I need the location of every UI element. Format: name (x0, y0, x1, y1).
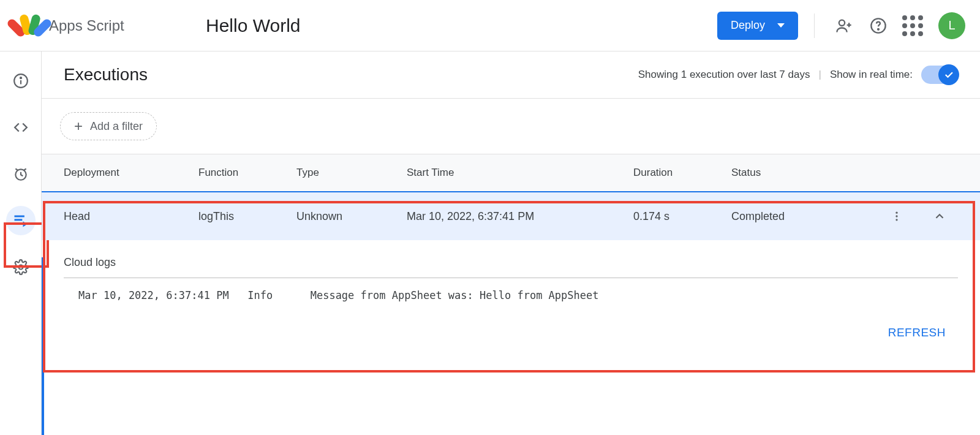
realtime-toggle[interactable] (921, 66, 958, 84)
row-more-button[interactable] (872, 210, 921, 222)
nav-executions[interactable] (6, 206, 36, 235)
svg-point-5 (20, 77, 21, 78)
apps-script-logo-icon (15, 12, 43, 40)
table-row[interactable]: Head logThis Unknown Mar 10, 2022, 6:37:… (42, 191, 980, 240)
svg-point-11 (18, 265, 23, 270)
executions-icon (12, 212, 29, 229)
filter-row: + Add a filter (42, 99, 980, 154)
th-duration: Duration (633, 167, 731, 179)
nav-overview[interactable] (6, 66, 36, 96)
chevron-down-icon (777, 23, 785, 28)
summary-text: Showing 1 execution over last 7 days (638, 69, 810, 81)
nav-settings[interactable] (6, 252, 36, 282)
code-icon (13, 119, 29, 135)
th-deployment: Deployment (64, 167, 198, 179)
realtime-label: Show in real time: (830, 69, 913, 81)
alarm-icon (13, 166, 29, 182)
svg-point-0 (839, 20, 845, 25)
divider (64, 278, 958, 278)
nav-editor[interactable] (6, 113, 36, 142)
refresh-button[interactable]: REFRESH (888, 326, 946, 339)
cloud-logs-section: Cloud logs Mar 10, 2022, 6:37:41 PM Info… (42, 240, 980, 314)
share-button[interactable] (831, 12, 858, 39)
td-status: Completed (731, 210, 872, 223)
th-function: Function (198, 167, 296, 179)
separator (814, 13, 815, 38)
gear-icon (13, 259, 29, 275)
td-deployment: Head (64, 210, 198, 223)
cloud-logs-title: Cloud logs (64, 256, 958, 269)
log-entry: Mar 10, 2022, 6:37:41 PM Info Message fr… (64, 289, 958, 301)
more-vert-icon (891, 210, 903, 222)
toggle-knob (938, 64, 959, 85)
td-function: logThis (198, 210, 296, 223)
svg-marker-10 (23, 221, 27, 227)
table-header: Deployment Function Type Start Time Dura… (42, 154, 980, 191)
page-title: Executions (64, 65, 148, 85)
plus-icon: + (74, 119, 83, 134)
td-start-time: Mar 10, 2022, 6:37:41 PM (407, 210, 633, 223)
avatar-initial: L (948, 18, 955, 32)
info-icon (13, 73, 29, 89)
svg-point-13 (895, 215, 897, 217)
product-name: Apps Script (49, 17, 124, 34)
main-content: Executions Showing 1 execution over last… (42, 51, 980, 435)
selection-strip (42, 257, 44, 435)
help-button[interactable] (865, 12, 892, 39)
row-collapse-button[interactable] (921, 210, 958, 223)
left-nav-rail (0, 51, 42, 435)
product-brand: Apps Script (15, 12, 174, 40)
th-type: Type (296, 167, 407, 179)
th-start-time: Start Time (407, 167, 633, 179)
page-header: Executions Showing 1 execution over last… (42, 51, 980, 99)
svg-point-2 (878, 28, 879, 29)
td-type: Unknown (296, 210, 407, 223)
separator: | (818, 69, 821, 81)
nav-triggers[interactable] (6, 159, 36, 189)
add-filter-label: Add a filter (90, 120, 143, 133)
chevron-up-icon (933, 210, 946, 223)
deploy-button-label: Deploy (731, 19, 765, 32)
person-add-icon (835, 17, 853, 34)
project-title[interactable]: Hello World (206, 15, 301, 36)
help-icon (870, 17, 887, 34)
execution-summary: Showing 1 execution over last 7 days | S… (638, 66, 958, 84)
svg-point-12 (895, 212, 897, 214)
deploy-button[interactable]: Deploy (717, 12, 798, 40)
apps-launcher-button[interactable] (899, 12, 926, 39)
add-filter-button[interactable]: + Add a filter (60, 112, 157, 140)
account-avatar[interactable]: L (938, 12, 965, 39)
svg-point-14 (895, 219, 897, 221)
apps-grid-icon (902, 15, 923, 36)
check-icon (943, 69, 954, 80)
top-bar: Apps Script Hello World Deploy L (0, 0, 980, 51)
th-status: Status (731, 167, 872, 179)
td-duration: 0.174 s (633, 210, 731, 223)
